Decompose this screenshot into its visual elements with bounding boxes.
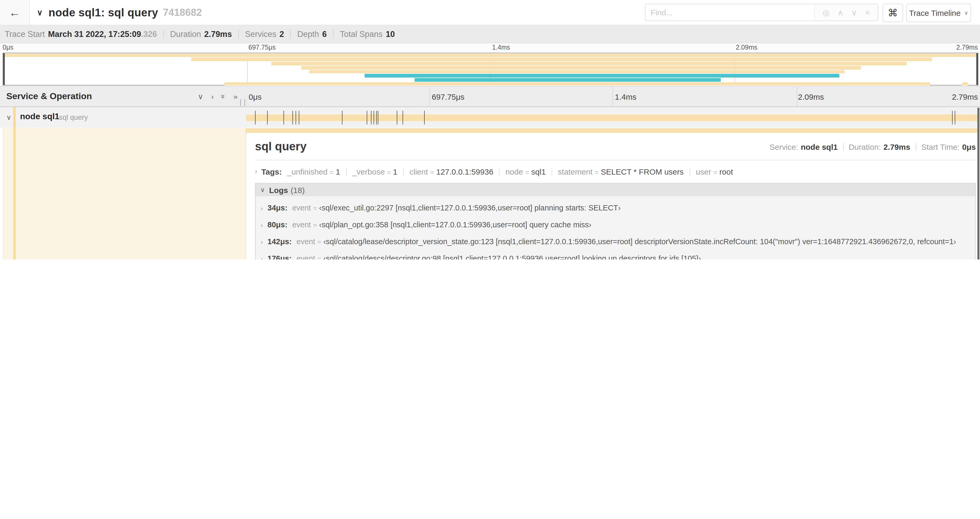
viewport-left-handle[interactable] [3, 53, 5, 85]
collapse-all-icon[interactable]: » [220, 94, 228, 99]
log-marker-tick [374, 111, 374, 125]
divider [689, 168, 690, 176]
log-row[interactable]: ›142μs:event=‹sql/catalog/lease/descript… [261, 237, 972, 248]
log-timestamp: 34μs: [267, 204, 287, 212]
collapse-trace-chevron-icon[interactable]: ∨ [37, 8, 43, 17]
tags-accordion[interactable]: › Tags: _unfinished=1_verbose=1client=12… [255, 164, 976, 179]
logs-header[interactable]: ∨ Logs (18) [256, 184, 975, 196]
collapse-one-icon[interactable]: ∨ [198, 92, 204, 101]
span-operation-title: sql query [255, 140, 307, 153]
minimap-span-bar [224, 82, 930, 86]
log-marker-tick [342, 111, 343, 125]
trace-title-group: ∨ node sql1: sql query 7418682 [37, 0, 202, 25]
timeline-minimap: 0μs697.75μs1.4ms2.09ms2.79ms [0, 43, 980, 86]
log-marker-tick [283, 111, 284, 125]
log-expander-chevron-icon[interactable]: › [261, 239, 262, 245]
ruler-tick-label: 0μs [249, 92, 262, 101]
expand-all-icon[interactable]: » [234, 92, 238, 101]
log-field-key: event [292, 204, 311, 212]
minimap-tick-label: 1.4ms [492, 44, 510, 51]
span-duration-bar[interactable] [246, 115, 978, 121]
equals-sign: = [523, 168, 531, 176]
left-gutter [0, 128, 3, 260]
tag-item[interactable]: user=root [696, 167, 733, 176]
tag-item[interactable]: statement=SELECT * FROM users [558, 167, 684, 176]
vertical-scrollbar[interactable] [977, 108, 980, 260]
start-time-label: Start Time: [921, 142, 959, 151]
span-color-stripe [13, 107, 16, 128]
tags-label: Tags: [261, 167, 282, 176]
service-operation-header: Service & Operation ∨ › » » [0, 86, 246, 107]
tag-value: 127.0.0.1:59936 [436, 167, 493, 176]
meta-value: 2.79ms [204, 29, 232, 39]
meta-label: Services [245, 29, 276, 39]
logs-label: Logs [269, 185, 288, 194]
meta-label: Duration [170, 29, 201, 39]
logs-accordion: ∨ Logs (18) ›34μs:event=‹sql/exec_util.g… [255, 183, 976, 260]
span-overview-info: Service: node sql1 Duration: 2.79ms Star… [770, 142, 976, 151]
span-expander-chevron-icon[interactable]: ∨ [6, 113, 11, 121]
clear-find-icon[interactable]: × [865, 8, 870, 17]
minimap-canvas[interactable] [3, 53, 978, 85]
log-expander-chevron-icon[interactable]: › [261, 205, 262, 211]
log-timestamp: 142μs: [267, 237, 292, 246]
tag-value: 1 [336, 167, 340, 176]
expand-one-icon[interactable]: › [211, 92, 213, 101]
view-selector-button[interactable]: Trace Timeline ∨ [906, 4, 971, 22]
minimap-span-bar [3, 54, 978, 57]
locate-icon[interactable]: ◎ [822, 8, 829, 17]
span-detail-header: sql query Service: node sql1 Duration: 2… [255, 136, 976, 157]
column-resizer-handle[interactable] [240, 99, 245, 106]
equals-sign: = [385, 168, 393, 176]
tag-key: statement [558, 167, 593, 176]
tag-item[interactable]: client=127.0.0.1:59936 [409, 167, 493, 176]
log-row[interactable]: ›176μs:event=‹sql/catalog/descs/descript… [261, 254, 972, 260]
log-expander-chevron-icon[interactable]: › [261, 222, 262, 228]
tag-item[interactable]: node=sql1 [506, 167, 546, 176]
divider [333, 30, 334, 38]
trace-timeline-page: ← ∨ node sql1: sql query 7418682 ◎ ∧ ∨ ×… [0, 0, 980, 260]
minimap-span-bar [963, 82, 968, 86]
keyboard-shortcuts-button[interactable]: ⌘ [883, 4, 903, 22]
trace-meta-bar: Trace StartMarch 31 2022, 17:25:09.326Du… [0, 25, 980, 43]
span-detail-panel: sql query Service: node sql1 Duration: 2… [247, 134, 980, 260]
equals-sign: = [428, 168, 436, 176]
back-arrow-icon: ← [9, 6, 20, 19]
tag-item[interactable]: _unfinished=1 [287, 167, 340, 176]
log-field-key: event [296, 237, 315, 246]
meta-value: 2 [280, 29, 284, 39]
log-row[interactable]: ›34μs:event=‹sql/exec_util.go:2297 [nsql… [261, 204, 972, 214]
minimap-tick-label: 0μs [3, 44, 13, 51]
ruler-tick-label: 2.79ms [952, 92, 978, 101]
find-group: ◎ ∧ ∨ × [645, 4, 878, 21]
equals-sign: = [711, 168, 719, 176]
chevron-down-icon: ∨ [964, 10, 968, 16]
equals-sign: = [592, 168, 601, 176]
viewport-right-handle[interactable] [976, 53, 978, 85]
service-value: node sql1 [801, 142, 838, 151]
detail-span-bar[interactable] [246, 128, 978, 133]
log-field-value: ‹sql/plan_opt.go:358 [nsql1,client=127.0… [319, 220, 591, 229]
span-row-node-sql1[interactable]: ∨ node sql1 sql query [0, 107, 980, 128]
log-expander-chevron-icon[interactable]: › [261, 256, 262, 260]
minimap-span-bar [365, 74, 840, 78]
tag-key: _verbose [352, 167, 385, 176]
next-result-icon[interactable]: ∨ [851, 8, 857, 17]
divider [499, 168, 500, 176]
log-row[interactable]: ›80μs:event=‹sql/plan_opt.go:358 [nsql1,… [261, 220, 972, 231]
log-marker-tick [952, 111, 953, 125]
log-marker-tick [255, 111, 256, 125]
find-input[interactable] [645, 4, 814, 21]
meta-label: Total Spans [340, 29, 382, 39]
minimap-tick-label: 2.79ms [956, 44, 978, 51]
log-timestamp: 80μs: [267, 220, 287, 229]
back-button[interactable]: ← [0, 0, 30, 25]
tag-key: node [506, 167, 523, 176]
top-bar: ← ∨ node sql1: sql query 7418682 ◎ ∧ ∨ ×… [0, 0, 980, 25]
duration-label: Duration: [849, 142, 881, 151]
log-timestamp: 176μs: [267, 254, 292, 260]
ruler-tick-label: 2.09ms [798, 92, 824, 101]
tag-item[interactable]: _verbose=1 [352, 167, 397, 176]
prev-result-icon[interactable]: ∧ [837, 8, 843, 17]
page-title: node sql1: sql query [48, 6, 158, 19]
